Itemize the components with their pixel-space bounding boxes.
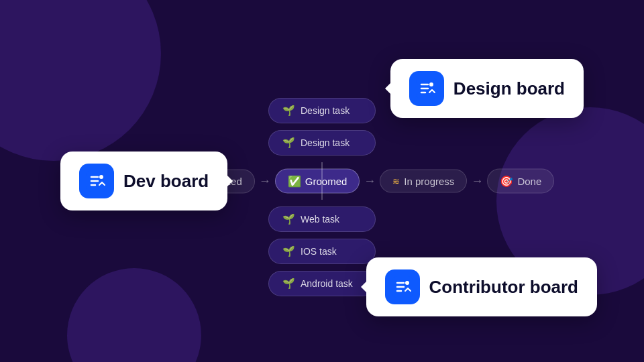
connector-top [321,162,323,181]
dev-board-card[interactable]: Dev board [60,152,227,210]
task-icon-1: 🌱 [282,105,295,117]
stage-label-inprogress: In progress [404,176,454,187]
scene: 🌱 New → ▌ Prioritized → ✅ Groomed → ≋ [0,0,644,362]
stage-label-done: Done [517,176,541,187]
bg-decoration-3 [67,268,201,362]
stage-node-done: 🎯 Done [487,169,554,194]
task-label-design-1: Design task [301,105,350,116]
task-label-android: Android task [301,278,353,289]
svg-point-5 [405,281,409,285]
connector-bottom [321,181,323,200]
task-label-ios: IOS task [301,246,337,257]
contributor-board-label: Contributor board [429,277,578,298]
dev-board-icon [79,164,114,198]
progress-icon: ≋ [392,176,400,186]
task-label-web: Web task [301,214,339,225]
stage-pill-inprogress[interactable]: ≋ In progress [380,170,467,193]
contributor-board-card[interactable]: Contributor board [366,257,597,316]
task-design-1[interactable]: 🌱 Design task [268,98,376,123]
stage-pill-done[interactable]: 🎯 Done [487,169,554,194]
task-label-design-2: Design task [301,137,350,148]
design-board-card[interactable]: Design board [390,59,584,118]
task-design-2[interactable]: 🌱 Design task [268,130,376,156]
dev-board-label: Dev board [123,171,209,192]
done-icon: 🎯 [500,175,513,188]
arrow-4: → [471,174,483,188]
bg-decoration-1 [0,0,161,161]
design-board-icon [409,71,444,106]
task-group-bottom: 🌱 Web task 🌱 IOS task 🌱 Android task [268,181,376,296]
task-icon-3: 🌱 [282,213,295,225]
design-board-label: Design board [453,78,565,99]
task-icon-5: 🌱 [282,278,295,290]
task-ios[interactable]: 🌱 IOS task [268,239,376,264]
contributor-board-icon [385,269,420,304]
stage-node-inprogress: ≋ In progress [380,170,467,193]
task-icon-4: 🌱 [282,245,295,257]
task-group-top: 🌱 Design task 🌱 Design task [268,98,376,181]
svg-point-1 [429,82,433,86]
task-icon-2: 🌱 [282,137,295,149]
task-web[interactable]: 🌱 Web task [268,206,376,232]
svg-point-3 [99,175,103,179]
